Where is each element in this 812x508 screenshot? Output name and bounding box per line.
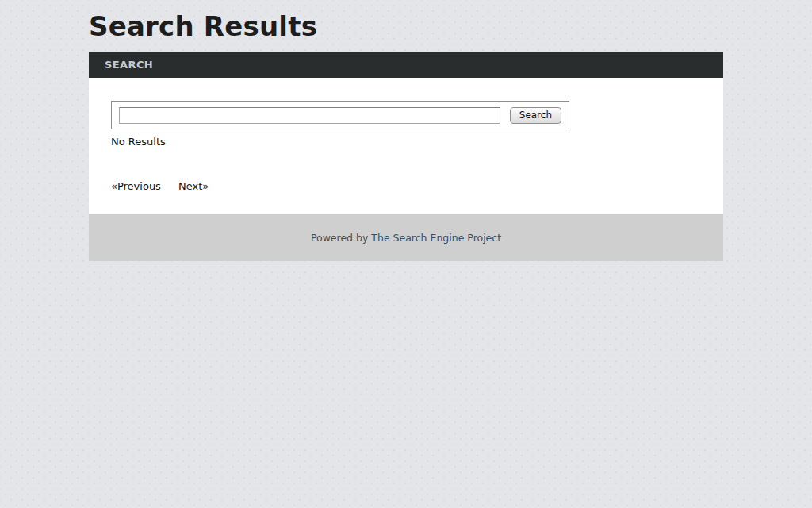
page-title: Search Results <box>89 10 723 43</box>
next-page-link[interactable]: Next» <box>178 180 209 192</box>
panel-footer: Powered by The Search Engine Project <box>89 214 723 261</box>
page-container: Search Results SEARCH Search No Results … <box>89 10 723 261</box>
search-input[interactable] <box>119 107 500 124</box>
panel-body: Search No Results «Previous Next» <box>89 78 723 214</box>
search-panel: SEARCH Search No Results «Previous Next»… <box>89 52 723 261</box>
powered-by-text: Powered by <box>311 232 368 244</box>
search-button[interactable]: Search <box>510 107 561 124</box>
panel-header-label: SEARCH <box>105 59 153 71</box>
pagination: «Previous Next» <box>111 180 701 192</box>
no-results-message: No Results <box>111 136 701 148</box>
panel-header: SEARCH <box>89 52 723 78</box>
search-engine-project-link[interactable]: The Search Engine Project <box>371 232 501 244</box>
previous-page-link[interactable]: «Previous <box>111 180 161 192</box>
search-form: Search <box>111 101 569 129</box>
